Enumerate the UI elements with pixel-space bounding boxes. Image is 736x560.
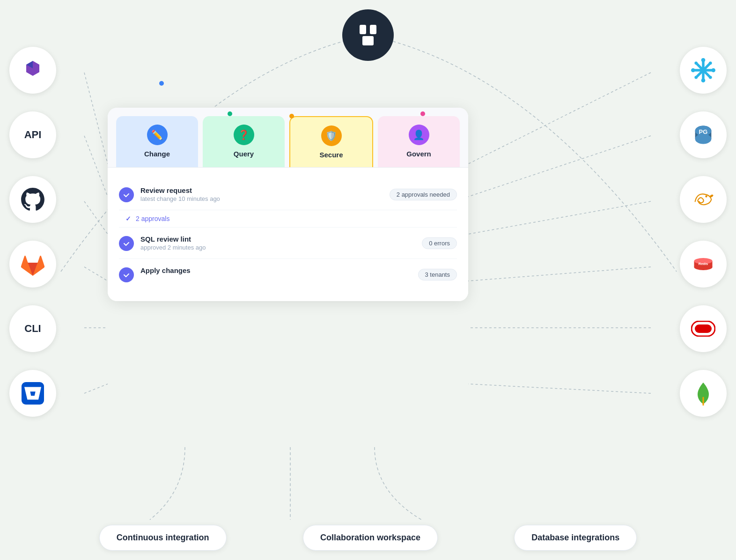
sql-review-text: SQL review lint approved 2 minutes ago [140, 235, 414, 251]
approvals-title: 2 approvals [136, 215, 169, 222]
svg-point-23 [701, 58, 706, 62]
review-request-title: Review request [140, 186, 382, 194]
approvals-check: ✓ [125, 215, 131, 222]
svg-rect-18 [22, 382, 44, 405]
apply-changes-badge: 3 tenants [418, 269, 457, 280]
sql-review-subtitle: approved 2 minutes ago [140, 244, 414, 251]
svg-line-1 [84, 136, 108, 197]
query-icon: ❓ [234, 125, 254, 145]
check-circle-review [119, 187, 134, 202]
svg-point-29 [709, 61, 712, 65]
svg-point-24 [701, 78, 706, 82]
api-label: API [24, 129, 42, 141]
tab-query-label: Query [234, 150, 254, 158]
svg-line-11 [468, 384, 651, 393]
right-sidebar: PG Redis [680, 47, 727, 417]
content-area: Review request latest change 10 minutes … [108, 168, 468, 301]
sidebar-item-mongodb[interactable] [680, 370, 727, 417]
svg-rect-42 [695, 324, 712, 333]
apply-changes-title: Apply changes [140, 266, 411, 274]
svg-point-28 [709, 76, 712, 79]
svg-line-0 [84, 73, 108, 164]
top-logo [342, 9, 394, 61]
bottom-label-db: Database integrations [514, 525, 637, 551]
sidebar-item-github[interactable] [9, 176, 56, 223]
check-circle-apply [119, 267, 134, 282]
sql-review-title: SQL review lint [140, 235, 414, 243]
left-sidebar: API CLI [9, 47, 56, 417]
tab-secure[interactable]: 🛡️ Secure [289, 116, 373, 167]
svg-line-9 [468, 267, 651, 281]
main-container: API CLI [0, 0, 736, 560]
tab-query[interactable]: ❓ Query [203, 116, 285, 167]
change-icon: ✏️ [147, 125, 168, 145]
tab-govern-label: Govern [406, 150, 431, 158]
bottom-label-ci: Continuous integration [99, 525, 227, 551]
svg-point-30 [694, 76, 698, 79]
cli-label: CLI [24, 323, 41, 335]
tab-govern[interactable]: 👤 Govern [378, 116, 460, 167]
svg-rect-12 [360, 25, 366, 34]
svg-line-7 [468, 136, 651, 197]
svg-point-36 [705, 195, 707, 197]
sidebar-item-oracle[interactable] [680, 305, 727, 352]
svg-line-8 [468, 201, 651, 234]
svg-rect-13 [370, 25, 376, 34]
approvals-row: ✓ 2 approvals [119, 210, 457, 228]
sidebar-item-bitbucket[interactable] [9, 370, 56, 417]
sidebar-item-api[interactable]: API [9, 111, 56, 158]
review-request-badge: 2 approvals needed [390, 189, 457, 200]
svg-rect-14 [362, 36, 374, 45]
review-request-text: Review request latest change 10 minutes … [140, 186, 382, 202]
tabs-row: ✏️ Change ❓ Query 🛡️ Secure 👤 Govern [108, 108, 468, 168]
bottom-label-collab: Collaboration workspace [303, 525, 438, 551]
check-circle-sql [119, 236, 134, 251]
sidebar-item-mysql[interactable] [680, 176, 727, 223]
review-request-row: Review request latest change 10 minutes … [119, 179, 457, 210]
tab-change-label: Change [144, 150, 170, 158]
sidebar-item-terraform[interactable] [9, 47, 56, 94]
review-request-subtitle: latest change 10 minutes ago [140, 195, 382, 202]
apply-changes-text: Apply changes [140, 266, 411, 274]
arc-dot-blue [159, 81, 164, 86]
svg-line-6 [468, 73, 651, 164]
arc-dot-yellow [289, 114, 294, 118]
arc-dot-pink [420, 111, 425, 116]
sidebar-item-snowflake[interactable] [680, 47, 727, 94]
secure-icon: 🛡️ [321, 125, 342, 146]
bottom-labels: Continuous integration Collaboration wor… [61, 525, 675, 551]
govern-icon: 👤 [409, 125, 429, 145]
center-panel: ✏️ Change ❓ Query 🛡️ Secure 👤 Govern [108, 108, 468, 301]
svg-point-25 [691, 68, 695, 73]
svg-point-27 [694, 61, 698, 65]
sql-review-row: SQL review lint approved 2 minutes ago 0… [119, 228, 457, 259]
svg-line-3 [84, 267, 108, 281]
arc-dot-green [228, 111, 232, 116]
svg-text:Redis: Redis [699, 262, 708, 266]
svg-text:PG: PG [699, 128, 708, 135]
svg-marker-15 [33, 61, 39, 76]
svg-line-5 [84, 384, 108, 393]
sql-review-badge: 0 errors [422, 237, 457, 249]
tab-secure-label: Secure [319, 151, 343, 159]
svg-point-26 [711, 68, 715, 73]
svg-line-2 [84, 201, 108, 234]
apply-changes-row: Apply changes 3 tenants [119, 259, 457, 290]
sidebar-item-redis[interactable]: Redis [680, 241, 727, 287]
sidebar-item-cli[interactable]: CLI [9, 305, 56, 352]
sidebar-item-gitlab[interactable] [9, 241, 56, 287]
tab-change[interactable]: ✏️ Change [116, 116, 198, 167]
sidebar-item-postgres[interactable]: PG [680, 111, 727, 158]
